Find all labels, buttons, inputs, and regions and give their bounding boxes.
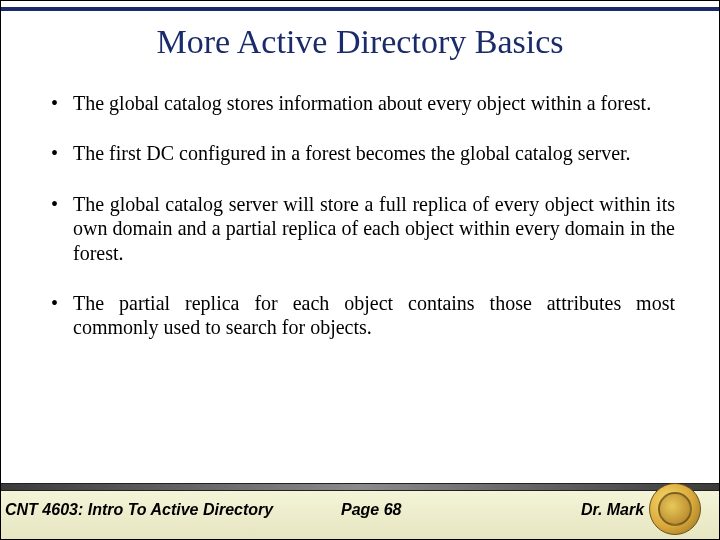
footer: CNT 4603: Intro To Active Directory Page… [1,483,719,539]
top-divider [1,7,719,11]
slide-title: More Active Directory Basics [1,23,719,61]
footer-page: Page 68 [341,501,521,519]
bullet-list: The global catalog stores information ab… [45,91,675,366]
footer-text-row: CNT 4603: Intro To Active Directory Page… [1,501,719,519]
seal-inner [658,492,692,526]
footer-divider [1,483,719,491]
university-seal-icon [649,483,701,535]
list-item: The partial replica for each object cont… [45,291,675,340]
footer-course: CNT 4603: Intro To Active Directory [1,501,341,519]
seal-outer [649,483,701,535]
list-item: The global catalog stores information ab… [45,91,675,115]
list-item: The global catalog server will store a f… [45,192,675,265]
list-item: The first DC configured in a forest beco… [45,141,675,165]
slide: More Active Directory Basics The global … [0,0,720,540]
